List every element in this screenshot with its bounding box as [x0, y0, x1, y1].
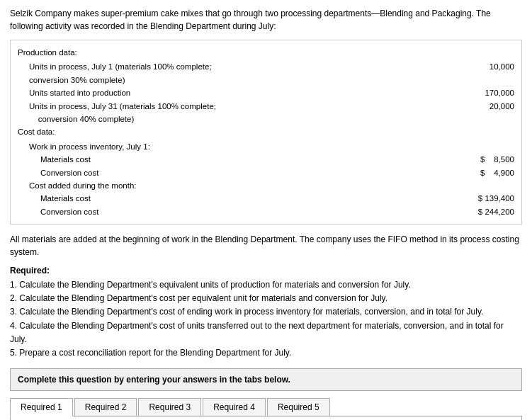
tab-required-5[interactable]: Required 5 [267, 398, 330, 416]
middle-text: All materials are added at the beginning… [10, 233, 522, 259]
tab-content: Calculate the Blending Department's equi… [10, 416, 522, 420]
tab-required-4[interactable]: Required 4 [203, 398, 266, 416]
cost-added-materials-value: $ 139,400 [458, 192, 514, 205]
required-item-5: 5. Prepare a cost reconciliation report … [10, 346, 522, 360]
wip-materials-row: Materials cost $ 8,500 [18, 153, 514, 166]
production-row-1-value: 10,000 [458, 60, 514, 73]
cost-added-conversion-value: $ 244,200 [458, 205, 514, 218]
wip-materials-value: $ 8,500 [458, 153, 514, 166]
production-row-3-label: Units in process, July 31 (materials 100… [29, 100, 458, 126]
cost-added-conversion-row: Conversion cost $ 244,200 [18, 205, 514, 218]
required-item-4: 4. Calculate the Blending Department's c… [10, 319, 522, 346]
production-row-1-label: Units in process, July 1 (materials 100%… [29, 60, 458, 86]
wip-conversion-row: Conversion cost $ 4,900 [18, 166, 514, 179]
data-table: Production data: Units in process, July … [10, 40, 522, 225]
wip-conversion-label: Conversion cost [40, 166, 458, 179]
cost-added-title: Cost added during the month: [18, 179, 514, 192]
required-item-3: 3. Calculate the Blending Department's c… [10, 305, 522, 319]
tab-required-1[interactable]: Required 1 [10, 398, 73, 416]
cost-added-materials-label: Materials cost [40, 192, 458, 205]
tab-required-3[interactable]: Required 3 [138, 398, 201, 416]
production-row-1: Units in process, July 1 (materials 100%… [18, 60, 514, 86]
cost-added-materials-row: Materials cost $ 139,400 [18, 192, 514, 205]
production-data-title: Production data: [18, 46, 514, 59]
production-row-2-label: Units started into production [29, 86, 458, 99]
tab-required-2[interactable]: Required 2 [74, 398, 137, 416]
wip-materials-label: Materials cost [40, 153, 458, 166]
production-row-2-value: 170,000 [458, 86, 514, 99]
cost-data-title: Cost data: [18, 125, 514, 138]
cost-added-conversion-label: Conversion cost [40, 205, 458, 218]
required-list: 1. Calculate the Blending Department's e… [10, 278, 522, 360]
required-item-1: 1. Calculate the Blending Department's e… [10, 278, 522, 292]
production-row-2: Units started into production 170,000 [18, 86, 514, 99]
wip-conversion-value: $ 4,900 [458, 166, 514, 179]
required-item-2: 2. Calculate the Blending Department's c… [10, 292, 522, 305]
required-section: Required: 1. Calculate the Blending Depa… [10, 266, 522, 360]
production-row-3: Units in process, July 31 (materials 100… [18, 100, 514, 126]
required-title: Required: [10, 266, 522, 276]
production-row-3-value: 20,000 [458, 100, 514, 113]
intro-text: Selzik Company makes super-premium cake … [10, 7, 522, 33]
wip-title: Work in process inventory, July 1: [18, 140, 514, 153]
tabs-row: Required 1 Required 2 Required 3 Require… [10, 398, 522, 416]
complete-box: Complete this question by entering your … [10, 368, 522, 391]
